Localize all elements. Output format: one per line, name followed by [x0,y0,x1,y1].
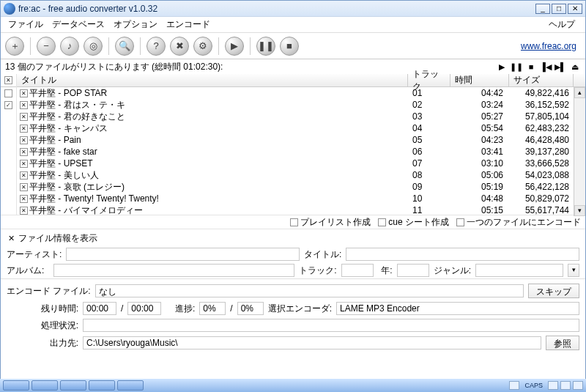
row-mark-icon[interactable] [20,101,28,109]
menu-options[interactable]: オプション [111,17,160,32]
cd-icon[interactable]: ♪ [60,37,79,56]
row-time: 04:23 [450,135,509,145]
tray-icon[interactable] [509,381,519,390]
player-next-icon[interactable]: ▶▌ [555,62,566,72]
table-row[interactable]: 平井堅 - Twenty! Twenty! Twenty!1004:4850,8… [17,193,574,204]
album-label: アルバム: [7,265,49,277]
row-mark-icon[interactable] [20,136,28,144]
info-icon[interactable]: ? [146,37,166,56]
menu-database[interactable]: データベース [49,17,108,32]
genre-input[interactable] [475,264,563,277]
artist-label: アーティスト: [7,248,62,261]
disc-icon[interactable]: ◎ [84,37,103,56]
taskbar-app[interactable] [60,380,86,391]
player-eject-icon[interactable]: ⏏ [569,62,581,72]
row-mark-icon[interactable] [20,183,28,191]
row-size: 54,023,088 [509,170,574,180]
select-all-checkbox[interactable] [4,76,12,84]
outdir-input[interactable]: C:\Users\ryouga\Music\ [83,336,541,350]
search-icon[interactable]: 🔍 [115,37,134,56]
row-checkbox[interactable] [4,101,12,109]
single-file-checkbox[interactable]: 一つのファイルにエンコード [456,216,581,229]
progress-label: 進捗: [166,303,195,315]
table-row[interactable]: 平井堅 - 君の好きなこと0305:2757,805,104 [17,111,574,122]
table-row[interactable]: 平井堅 - 哀歌 (エレジー)0905:1956,422,128 [17,181,574,193]
taskbar-app[interactable] [31,380,58,391]
row-title: 平井堅 - Pain [29,134,81,147]
row-mark-icon[interactable] [20,160,28,168]
col-track[interactable]: トラック [408,74,450,86]
add-file-icon[interactable]: ＋ [5,37,24,56]
taskbar-app[interactable] [3,380,29,391]
player-play-icon[interactable]: ▶ [496,62,508,72]
table-row[interactable]: 平井堅 - UPSET0703:1033,666,528 [17,158,574,169]
col-size[interactable]: サイズ [509,74,574,86]
tray-icon[interactable] [573,381,583,390]
row-size: 62,483,232 [509,123,574,133]
row-track: 07 [408,158,450,169]
browse-button[interactable]: 参照 [546,336,579,350]
check-column [1,74,17,215]
table-row[interactable]: 平井堅 - 君はス・テ・キ0203:2436,152,592 [17,99,574,111]
titlebar: fre:ac - free audio converter v1.0.32 _ … [1,1,585,17]
gear-icon[interactable]: ⚙ [193,37,212,56]
col-title[interactable]: タイトル [17,74,408,86]
row-mark-icon[interactable] [20,207,28,215]
create-cue-checkbox[interactable]: cue シート作成 [378,216,449,229]
table-row[interactable]: 平井堅 - Pain0504:2346,428,480 [17,134,574,146]
scrollbar[interactable]: ▴ ▾ [574,87,585,216]
row-size: 46,428,480 [509,135,574,145]
app-icon [4,3,15,15]
player-stop-icon[interactable]: ■ [525,62,537,72]
maximize-button[interactable]: □ [552,4,566,14]
row-size: 50,829,072 [509,193,574,204]
row-mark-icon[interactable] [20,125,28,133]
play-icon[interactable]: ▶ [225,37,244,56]
scroll-up-icon[interactable]: ▴ [574,87,585,98]
table-row[interactable]: 平井堅 - バイマイメロディー1105:1555,617,744 [17,204,574,216]
taskbar-app[interactable] [89,380,115,391]
outdir-label: 出力先: [7,337,78,350]
stop-icon[interactable]: ■ [280,37,299,56]
track-input[interactable] [341,264,374,277]
col-time[interactable]: 時間 [450,74,509,86]
row-size: 49,822,416 [509,88,574,98]
row-mark-icon[interactable] [20,89,28,97]
pause-icon[interactable]: ❚❚ [256,37,275,56]
menu-help[interactable]: ヘルプ [546,17,578,32]
table-row[interactable]: 平井堅 - 美しい人0805:0654,023,088 [17,169,574,181]
skip-button[interactable]: スキップ [528,284,579,298]
close-info-icon[interactable]: ✕ [7,234,15,243]
menu-encode[interactable]: エンコード [163,17,213,32]
menu-file[interactable]: ファイル [5,17,46,32]
taskbar-app[interactable] [117,380,144,391]
scroll-down-icon[interactable]: ▾ [574,205,585,216]
table-row[interactable]: 平井堅 - キャンパス0405:5462,483,232 [17,122,574,134]
player-pause-icon[interactable]: ❚❚ [511,62,522,72]
player-prev-icon[interactable]: ▐◀ [540,62,552,72]
app-window: fre:ac - free audio converter v1.0.32 _ … [0,0,586,380]
site-link[interactable]: www.freac.org [521,41,576,51]
row-mark-icon[interactable] [20,195,28,203]
tray-icon[interactable] [560,381,571,390]
table-row[interactable]: 平井堅 - POP STAR0104:4249,822,416 [17,87,574,99]
create-playlist-checkbox[interactable]: プレイリスト作成 [290,216,371,229]
settings-icon[interactable]: ✖ [170,37,189,56]
remain-label: 残り時間: [7,303,78,315]
menubar: ファイル データベース オプション エンコード ヘルプ [1,17,585,33]
remove-file-icon[interactable]: − [37,37,56,56]
minimize-button[interactable]: _ [535,4,550,14]
tray-icon[interactable] [548,381,558,390]
row-mark-icon[interactable] [20,113,28,121]
genre-dropdown-icon[interactable]: ▾ [568,264,579,277]
album-input[interactable] [53,264,294,277]
title-input[interactable] [346,248,579,261]
table-row[interactable]: 平井堅 - fake star0603:4139,137,280 [17,146,574,158]
row-checkbox[interactable] [4,89,12,97]
row-mark-icon[interactable] [20,171,28,180]
row-title: 平井堅 - バイマイメロディー [29,204,143,217]
artist-input[interactable] [66,248,300,261]
close-button[interactable]: ✕ [568,4,582,14]
year-input[interactable] [397,264,429,277]
row-mark-icon[interactable] [20,148,28,156]
